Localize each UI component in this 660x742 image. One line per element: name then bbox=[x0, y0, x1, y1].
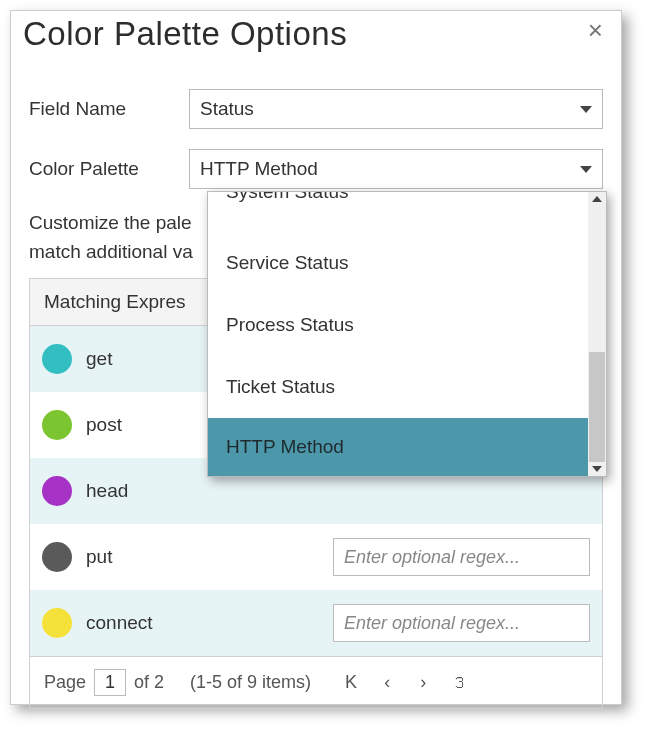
pager-page-input[interactable] bbox=[94, 669, 126, 696]
field-name-select[interactable]: Status bbox=[189, 89, 603, 129]
chevron-down-icon bbox=[580, 166, 592, 173]
table-row[interactable]: connectEnter optional regex... bbox=[30, 590, 602, 656]
field-name-row: Field Name Status bbox=[29, 89, 603, 129]
pager-page-label: Page bbox=[44, 672, 86, 693]
close-icon[interactable]: × bbox=[588, 17, 603, 43]
pager-next-button[interactable]: › bbox=[409, 672, 437, 693]
pager-range-label: (1-5 of 9 items) bbox=[190, 672, 311, 693]
dialog-panel: Color Palette Options × Field Name Statu… bbox=[10, 10, 622, 705]
dropdown-scrollbar[interactable] bbox=[588, 192, 606, 476]
scrollbar-thumb[interactable] bbox=[589, 352, 605, 462]
field-name-value: Status bbox=[200, 98, 254, 120]
color-swatch[interactable] bbox=[42, 344, 72, 374]
scroll-up-icon[interactable] bbox=[592, 196, 602, 202]
chevron-down-icon bbox=[580, 106, 592, 113]
color-swatch[interactable] bbox=[42, 476, 72, 506]
dropdown-item[interactable]: Service Status bbox=[208, 232, 588, 294]
field-name-label: Field Name bbox=[29, 98, 189, 120]
color-palette-select[interactable]: HTTP Method bbox=[189, 149, 603, 189]
dropdown-item[interactable]: Ticket Status bbox=[208, 356, 588, 418]
color-swatch[interactable] bbox=[42, 410, 72, 440]
dropdown-item[interactable]: HTTP Method bbox=[208, 418, 588, 476]
color-palette-label: Color Palette bbox=[29, 158, 189, 180]
scroll-down-icon[interactable] bbox=[592, 466, 602, 472]
row-label: put bbox=[86, 546, 266, 568]
form-area: Field Name Status Color Palette HTTP Met… bbox=[11, 59, 621, 189]
table-row[interactable]: putEnter optional regex... bbox=[30, 524, 602, 590]
pager-last-button[interactable]: Ɜ bbox=[445, 672, 473, 693]
color-palette-dropdown[interactable]: System StatusService StatusProcess Statu… bbox=[207, 191, 607, 477]
regex-input[interactable]: Enter optional regex... bbox=[333, 538, 590, 576]
dropdown-list: System StatusService StatusProcess Statu… bbox=[208, 192, 588, 476]
color-swatch[interactable] bbox=[42, 608, 72, 638]
title-bar: Color Palette Options × bbox=[11, 11, 621, 59]
color-palette-row: Color Palette HTTP Method bbox=[29, 149, 603, 189]
dropdown-item[interactable]: Process Status bbox=[208, 294, 588, 356]
pager-prev-button[interactable]: ‹ bbox=[373, 672, 401, 693]
regex-input[interactable]: Enter optional regex... bbox=[333, 604, 590, 642]
color-swatch[interactable] bbox=[42, 542, 72, 572]
pager-of-label: of 2 bbox=[134, 672, 164, 693]
pager-first-button[interactable]: K bbox=[337, 672, 365, 693]
row-label: head bbox=[86, 480, 266, 502]
dialog-title: Color Palette Options bbox=[23, 15, 347, 53]
row-label: connect bbox=[86, 612, 266, 634]
pager: Page of 2 (1-5 of 9 items) K ‹ › Ɜ bbox=[30, 656, 602, 708]
dropdown-item[interactable]: System Status bbox=[208, 192, 588, 232]
color-palette-value: HTTP Method bbox=[200, 158, 318, 180]
